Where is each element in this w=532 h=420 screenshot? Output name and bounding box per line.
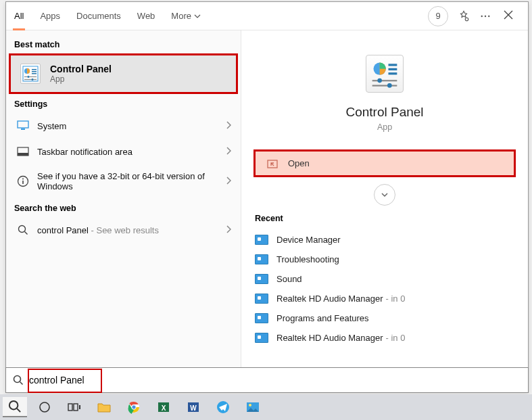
svg-rect-35 [79, 405, 80, 409]
recent-item[interactable]: Device Manager [253, 230, 516, 250]
taskbar-taskview-button[interactable] [62, 397, 87, 417]
cpl-icon [255, 294, 268, 304]
chevron-right-icon [226, 224, 231, 236]
svg-rect-27 [372, 85, 397, 87]
best-match-subtitle: App [50, 74, 112, 84]
recent-label: Recent [253, 210, 516, 230]
tab-label: Apps [40, 11, 60, 21]
recent-item-suffix: - in 0 [386, 294, 406, 304]
svg-point-28 [387, 83, 392, 88]
svg-point-12 [32, 78, 34, 80]
best-match-text: Control Panel App [50, 64, 112, 84]
recent-item[interactable]: Sound [253, 269, 516, 289]
feedback-icon[interactable] [458, 10, 470, 22]
preview-pane: Control Panel App Open Recent Device Man… [241, 30, 528, 392]
recent-item[interactable]: Programs and Features [253, 308, 516, 328]
best-match-title: Control Panel [50, 64, 112, 74]
info-icon [16, 175, 30, 187]
svg-rect-8 [32, 73, 37, 74]
svg-rect-18 [22, 181, 24, 184]
search-icon [16, 225, 30, 235]
tab-label: Web [137, 11, 155, 21]
taskbar-search-button[interactable] [3, 397, 27, 417]
svg-rect-6 [32, 69, 37, 70]
chevron-down-icon [381, 191, 389, 199]
recent-item[interactable]: Realtek HD Audio Manager- in 0 [253, 328, 516, 348]
close-icon [504, 10, 513, 20]
open-label: Open [288, 158, 310, 168]
best-match-result[interactable]: Control Panel App [9, 53, 238, 94]
svg-point-10 [28, 76, 30, 78]
svg-rect-11 [24, 79, 37, 80]
control-panel-big-icon [366, 55, 404, 93]
tab-apps[interactable]: Apps [32, 2, 68, 30]
taskbar-excel-button[interactable]: X [151, 397, 176, 417]
recent-item-text: Troubleshooting [276, 254, 339, 264]
tab-label: All [14, 11, 24, 21]
tab-more[interactable]: More [163, 2, 209, 30]
filter-tabs: All Apps Documents Web More [6, 2, 209, 30]
svg-rect-16 [18, 153, 28, 156]
tab-documents[interactable]: Documents [68, 2, 129, 30]
svg-point-26 [377, 78, 382, 83]
svg-point-19 [22, 179, 24, 180]
svg-point-0 [465, 18, 468, 21]
svg-point-32 [40, 402, 49, 412]
taskbar-chrome-button[interactable] [122, 397, 146, 417]
svg-rect-34 [74, 404, 78, 411]
taskbar-telegram-button[interactable] [211, 397, 235, 417]
svg-point-30 [14, 376, 21, 383]
results-pane: Best match Control Panel App Settings Sy… [6, 30, 241, 392]
tab-label: Documents [76, 11, 121, 21]
tab-all[interactable]: All [6, 2, 32, 30]
taskbar-word-button[interactable]: W [181, 397, 205, 417]
open-icon [266, 159, 279, 168]
expand-button[interactable] [374, 184, 395, 206]
tab-web[interactable]: Web [129, 2, 164, 30]
svg-point-1 [481, 15, 483, 16]
close-button[interactable] [501, 6, 516, 26]
svg-rect-25 [372, 80, 397, 81]
cpl-icon [255, 254, 268, 264]
cpl-icon [255, 274, 268, 284]
chevron-right-icon [226, 145, 231, 158]
header-bar: All Apps Documents Web More 9 [6, 2, 528, 30]
recent-item-text: Realtek HD Audio Manager [276, 333, 383, 343]
svg-text:W: W [190, 404, 197, 412]
preview-subtitle: App [377, 122, 392, 132]
recent-item-text: Sound [276, 274, 302, 284]
open-action[interactable]: Open [253, 149, 516, 177]
svg-rect-14 [21, 129, 25, 130]
rewards-badge[interactable]: 9 [428, 6, 448, 26]
recent-item-text: Realtek HD Audio Manager [276, 294, 383, 304]
search-input[interactable] [29, 368, 528, 392]
settings-item-text: System [37, 121, 226, 131]
settings-item-system[interactable]: System [6, 113, 241, 139]
svg-rect-7 [32, 71, 37, 72]
control-panel-icon [20, 64, 41, 84]
header-actions: 9 [428, 6, 521, 26]
web-search-item[interactable]: control Panel - See web results [6, 217, 241, 243]
cpl-icon [255, 333, 268, 343]
chevron-down-icon [194, 13, 201, 20]
recent-item-text: Programs and Features [276, 313, 369, 323]
taskbar-explorer-button[interactable] [92, 397, 116, 417]
recent-item[interactable]: Realtek HD Audio Manager- in 0 [253, 289, 516, 308]
settings-label: Settings [6, 94, 241, 113]
svg-point-45 [249, 404, 251, 406]
settings-item-taskbar-area[interactable]: Taskbar notification area [6, 139, 241, 164]
search-input-bar[interactable] [5, 367, 529, 393]
taskbar-cortana-button[interactable] [32, 397, 57, 417]
search-body: Best match Control Panel App Settings Sy… [6, 30, 528, 392]
svg-rect-33 [68, 404, 72, 411]
settings-item-bitness[interactable]: See if you have a 32-bit or 64-bit versi… [6, 164, 241, 198]
web-item-text: control Panel - See web results [37, 225, 226, 235]
recent-item[interactable]: Troubleshooting [253, 250, 516, 269]
taskbar-photos-button[interactable] [241, 397, 265, 417]
web-label: Search the web [6, 198, 241, 217]
chevron-right-icon [226, 120, 231, 132]
search-icon [11, 375, 25, 386]
svg-rect-9 [24, 76, 37, 77]
preview-header: Control Panel App [253, 43, 516, 132]
options-icon[interactable] [479, 10, 491, 22]
